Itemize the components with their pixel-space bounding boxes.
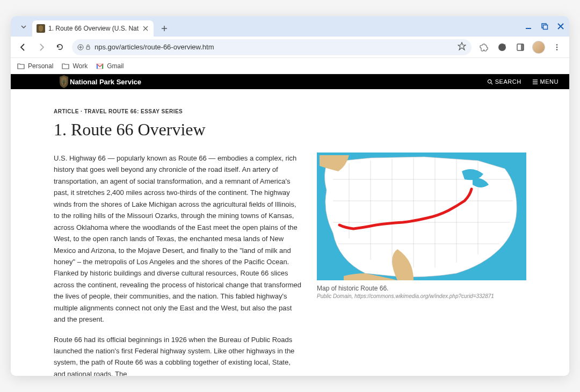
url-text: nps.gov/articles/route-66-overview.htm (95, 43, 453, 51)
kebab-menu-icon[interactable] (549, 39, 565, 55)
svg-rect-3 (86, 47, 90, 49)
profile-avatar[interactable] (531, 39, 547, 55)
site-info-icon[interactable] (77, 44, 90, 50)
avatar (532, 41, 545, 54)
nps-search-button[interactable]: SEARCH (487, 78, 521, 85)
nps-header-bar: National Park Service SEARCH MENU (11, 74, 569, 89)
reload-button[interactable] (52, 39, 68, 55)
hamburger-icon (532, 79, 538, 85)
nps-menu-button[interactable]: MENU (532, 78, 559, 85)
nps-brand-text[interactable]: National Park Service (70, 78, 141, 86)
nps-arrowhead-logo[interactable] (59, 75, 69, 88)
maximize-icon[interactable] (540, 22, 549, 31)
menu-label: MENU (540, 78, 559, 85)
svg-point-8 (556, 46, 558, 48)
paragraph-2a: Route 66 had its official beginnings in … (54, 334, 302, 376)
gmail-icon (96, 62, 104, 70)
svg-point-12 (488, 79, 491, 83)
tab-strip: 1. Route 66 Overview (U.S. Nat (11, 16, 569, 37)
bookmark-label: Personal (28, 62, 53, 70)
svg-rect-11 (63, 82, 64, 85)
bookmark-star-icon[interactable] (458, 42, 466, 52)
map-credit: Public Domain, https://commons.wikimedia… (317, 293, 526, 299)
route66-map-image (317, 153, 526, 280)
bookmark-label: Gmail (107, 62, 124, 70)
tab-search-dropdown[interactable] (17, 20, 30, 33)
bookmark-label: Work (73, 62, 88, 70)
active-tab[interactable]: 1. Route 66 Overview (U.S. Nat (32, 20, 154, 37)
new-tab-button[interactable] (157, 21, 172, 36)
google-icon[interactable]: G (494, 39, 510, 55)
article-content: ARTICLE · TRAVEL ROUTE 66: ESSAY SERIES … (11, 89, 569, 376)
svg-rect-1 (543, 25, 548, 30)
close-tab-icon[interactable] (142, 25, 149, 32)
folder-icon (17, 62, 25, 70)
article-body-left: U.S. Highway 66 — popularly known as Rou… (54, 153, 302, 376)
nps-favicon (37, 24, 45, 33)
map-caption: Map of historic Route 66. (317, 285, 526, 292)
breadcrumb: ARTICLE · TRAVEL ROUTE 66: ESSAY SERIES (54, 108, 526, 114)
search-label: SEARCH (495, 78, 521, 85)
article-sidebar-right: Map of historic Route 66. Public Domain,… (317, 153, 526, 299)
window-controls (524, 16, 565, 37)
svg-rect-6 (521, 44, 524, 50)
forward-button[interactable] (33, 39, 49, 55)
svg-point-7 (556, 44, 558, 46)
svg-point-9 (556, 49, 558, 50)
paragraph-1: U.S. Highway 66 — popularly known as Rou… (54, 153, 302, 325)
page-title: 1. Route 66 Overview (54, 120, 526, 140)
tab-title: 1. Route 66 Overview (U.S. Nat (48, 25, 139, 32)
minimize-icon[interactable] (524, 22, 533, 31)
search-icon (487, 79, 493, 85)
browser-window: 1. Route 66 Overview (U.S. Nat nps.gov/a… (11, 16, 569, 376)
page-viewport[interactable]: National Park Service SEARCH MENU ARTICL… (11, 74, 569, 376)
sidepanel-icon[interactable] (512, 39, 528, 55)
close-window-icon[interactable] (556, 22, 565, 31)
folder-icon (62, 62, 69, 70)
bookmark-folder-personal[interactable]: Personal (17, 62, 53, 70)
address-bar[interactable]: nps.gov/articles/route-66-overview.htm (72, 39, 472, 55)
bookmark-gmail[interactable]: Gmail (96, 62, 124, 70)
bookmarks-bar: Personal Work Gmail (11, 58, 569, 74)
svg-text:G: G (500, 44, 505, 50)
bookmark-folder-work[interactable]: Work (62, 62, 88, 70)
extensions-icon[interactable] (476, 39, 492, 55)
back-button[interactable] (15, 39, 31, 55)
browser-toolbar: nps.gov/articles/route-66-overview.htm G (11, 37, 569, 58)
